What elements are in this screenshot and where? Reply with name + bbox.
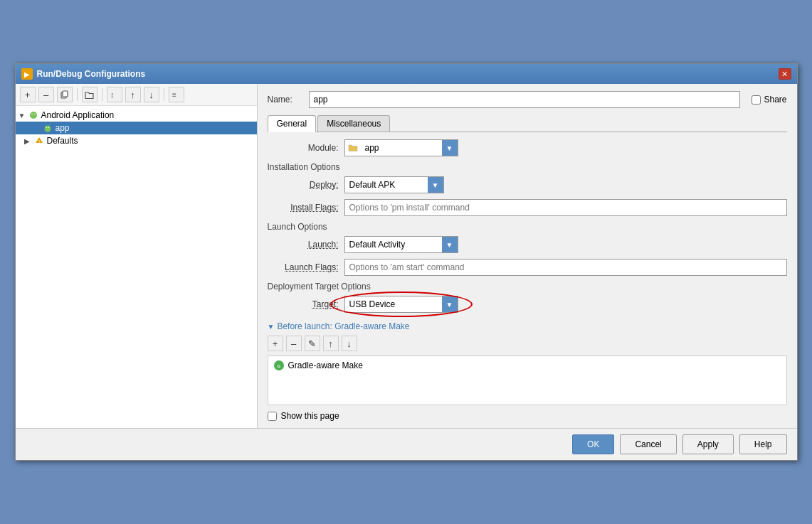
- launch-flags-label: Launch Flags:: [268, 262, 339, 272]
- svg-point-8: [31, 114, 33, 115]
- tab-miscellaneous[interactable]: Miscellaneous: [317, 115, 390, 132]
- deploy-dropdown[interactable]: Default APK ▼: [344, 176, 444, 193]
- ok-button[interactable]: OK: [572, 434, 614, 454]
- launch-row: Launch: Default Activity ▼: [268, 236, 787, 253]
- show-page-checkbox[interactable]: [268, 412, 277, 421]
- module-label: Module:: [268, 143, 339, 153]
- expand-arrow: ▼: [19, 112, 27, 119]
- defaults-icon: !: [34, 136, 44, 146]
- module-dropdown-arrow[interactable]: ▼: [442, 140, 458, 156]
- module-value: app: [361, 143, 442, 153]
- svg-point-16: [48, 127, 48, 128]
- tabs-row: General Miscellaneous: [268, 115, 787, 132]
- launch-flags-row: Launch Flags:: [268, 259, 787, 276]
- target-label: Target:: [268, 299, 339, 309]
- app-android-icon: [43, 123, 53, 133]
- toolbar-separator-3: [164, 88, 164, 101]
- target-dropdown[interactable]: USB Device ▼: [344, 296, 458, 313]
- apply-button[interactable]: Apply: [682, 434, 734, 454]
- name-row: Name: Share: [268, 91, 787, 108]
- dialog-footer: OK Cancel Apply Help: [16, 428, 797, 460]
- content-area: Module: app ▼ Installation Options Deplo…: [268, 139, 787, 421]
- title-bar: ▶ Run/Debug Configurations ✕: [16, 64, 797, 84]
- tab-general[interactable]: General: [268, 115, 317, 132]
- before-launch-collapse-arrow[interactable]: ▼: [268, 323, 275, 331]
- install-flags-input[interactable]: [344, 199, 787, 216]
- svg-point-15: [46, 127, 46, 128]
- launch-remove-button[interactable]: –: [286, 336, 302, 351]
- dialog-title: Run/Debug Configurations: [37, 69, 146, 79]
- svg-point-9: [34, 114, 36, 115]
- deploy-label: Deploy:: [268, 180, 339, 190]
- gradle-icon: G: [274, 360, 284, 370]
- deployment-target-label: Deployment Target Options: [268, 282, 787, 292]
- target-row: Target: USB Device ▼: [268, 296, 787, 313]
- launch-down-button[interactable]: ↓: [342, 336, 357, 351]
- svg-rect-1: [63, 91, 68, 97]
- svg-line-17: [46, 124, 46, 126]
- deploy-row: Deploy: Default APK ▼: [268, 176, 787, 193]
- launch-label: Launch:: [268, 240, 339, 250]
- share-checkbox[interactable]: [752, 95, 761, 105]
- launch-up-button[interactable]: ↑: [323, 336, 339, 351]
- name-input[interactable]: [309, 91, 741, 108]
- before-launch-section: ▼ Before launch: Gradle-aware Make + – ✎…: [268, 321, 787, 421]
- svg-text:!: !: [38, 139, 40, 144]
- right-panel: Name: Share General Miscellaneous Module…: [258, 84, 797, 428]
- tree-item-defaults[interactable]: ▶ ! Defaults: [16, 134, 257, 147]
- up-button[interactable]: ↑: [125, 87, 141, 102]
- close-button[interactable]: ✕: [779, 68, 791, 80]
- tree-item-android-application[interactable]: ▼ Android Application: [16, 109, 257, 122]
- deploy-dropdown-arrow[interactable]: ▼: [428, 177, 443, 193]
- launch-dropdown[interactable]: Default Activity ▼: [344, 236, 458, 253]
- target-row-wrapper: Target: USB Device ▼: [268, 296, 787, 313]
- install-flags-label: Install Flags:: [268, 203, 339, 213]
- before-launch-title: Before launch: Gradle-aware Make: [277, 321, 409, 331]
- svg-text:G: G: [277, 364, 280, 368]
- install-flags-row: Install Flags:: [268, 199, 787, 216]
- app-label: app: [56, 123, 70, 133]
- tree-toolbar: + – ↕ ↑ ↓ ≡: [16, 84, 257, 106]
- add-config-button[interactable]: +: [20, 87, 36, 102]
- folder-icon: [348, 144, 358, 152]
- share-row: Share: [752, 95, 786, 105]
- android-application-label: Android Application: [41, 110, 115, 120]
- svg-rect-14: [45, 127, 51, 129]
- deploy-value: Default APK: [345, 180, 428, 190]
- sort-button[interactable]: ↕: [107, 87, 122, 102]
- launch-toolbar: + – ✎ ↑ ↓: [268, 336, 787, 351]
- svg-text:≡: ≡: [172, 91, 176, 99]
- move-to-folder-button[interactable]: [82, 87, 97, 102]
- launch-add-button[interactable]: +: [268, 336, 283, 351]
- target-dropdown-arrow[interactable]: ▼: [442, 296, 458, 312]
- launch-flags-input[interactable]: [344, 259, 787, 276]
- run-debug-dialog: ▶ Run/Debug Configurations ✕ + – ↕: [15, 63, 798, 461]
- show-page-row: Show this page: [268, 411, 787, 421]
- module-dropdown[interactable]: app ▼: [344, 139, 458, 156]
- config-tree: ▼ Android Application: [16, 106, 257, 428]
- left-panel: + – ↕ ↑ ↓ ≡: [16, 84, 258, 428]
- svg-text:↕: ↕: [110, 90, 115, 99]
- dialog-icon: ▶: [21, 68, 33, 80]
- launch-item-gradle[interactable]: G Gradle-aware Make: [271, 359, 784, 372]
- installation-options-label: Installation Options: [268, 162, 787, 172]
- launch-options-label: Launch Options: [268, 222, 787, 232]
- help-button[interactable]: Help: [739, 434, 787, 454]
- remove-config-button[interactable]: –: [38, 87, 54, 102]
- launch-item-label: Gradle-aware Make: [288, 360, 363, 370]
- cancel-button[interactable]: Cancel: [620, 434, 676, 454]
- svg-rect-7: [31, 113, 36, 117]
- down-button[interactable]: ↓: [144, 87, 159, 102]
- module-row: Module: app ▼: [268, 139, 787, 156]
- show-page-label: Show this page: [281, 411, 339, 421]
- toolbar-separator-1: [77, 88, 78, 101]
- defaults-label: Defaults: [47, 136, 78, 146]
- launch-edit-button[interactable]: ✎: [305, 336, 320, 351]
- folders-button[interactable]: ≡: [169, 87, 184, 102]
- launch-list: G Gradle-aware Make: [268, 355, 787, 405]
- launch-dropdown-arrow[interactable]: ▼: [442, 237, 458, 252]
- toolbar-separator-2: [102, 88, 102, 101]
- copy-config-button[interactable]: [57, 87, 73, 102]
- tree-item-app[interactable]: app: [16, 122, 257, 134]
- name-label: Name:: [268, 95, 303, 105]
